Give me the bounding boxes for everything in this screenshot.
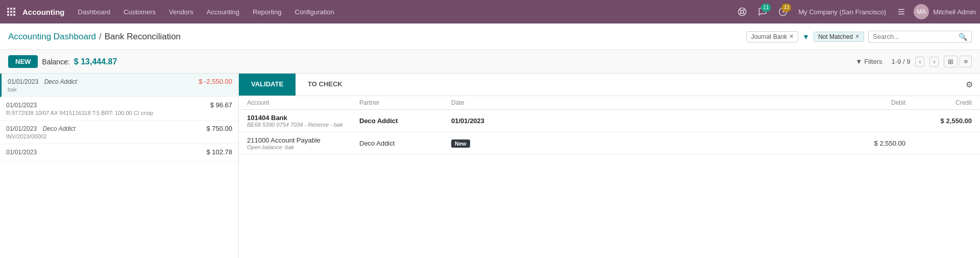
filter-funnel-icon: ▼ — [802, 33, 810, 41]
filters-label: Filters — [864, 58, 882, 65]
account-cell: 211000 Account Payable Open balance: bak — [247, 136, 359, 150]
svg-rect-3 — [7, 11, 9, 13]
new-button[interactable]: NEW — [8, 55, 38, 68]
svg-point-10 — [741, 10, 744, 13]
account-cell: 101404 Bank BE68 5390 0754 7034 - Reserv… — [247, 114, 359, 128]
list-item[interactable]: 01/01/2023 $ 96.67 R:9772938 10/07 AX 94… — [0, 97, 238, 121]
table-row[interactable]: 211000 Account Payable Open balance: bak… — [239, 132, 980, 155]
journal-filter[interactable]: Journal Bank ✕ — [746, 31, 798, 42]
row-amount: $ -2,550.00 — [199, 78, 232, 85]
row-date: 01/01/2023 — [6, 102, 37, 109]
svg-line-12 — [743, 13, 745, 14]
row-ref: R:9772938 10/07 AX 9415116318 T:5 BRT: 1… — [6, 110, 232, 116]
balance-label: Balance: — [42, 58, 69, 66]
tab-to-check[interactable]: TO CHECK — [296, 74, 355, 96]
row-amount: $ 750.00 — [206, 125, 232, 132]
support-icon[interactable] — [734, 4, 750, 20]
activity-icon[interactable]: 33 — [775, 4, 791, 20]
list-row-top: 01/01/2023 Deco Addict $ -2,550.00 — [8, 78, 232, 85]
grid-icon[interactable] — [4, 5, 18, 19]
breadcrumb-right-area: Journal Bank ✕ ▼ Not Matched ✕ 🔍 — [746, 31, 972, 43]
tab-settings-icon[interactable]: ⚙ — [959, 74, 980, 96]
nav-item-dashboard[interactable]: Dashboard — [72, 5, 117, 19]
prev-page-button[interactable]: ‹ — [915, 57, 924, 67]
not-matched-close[interactable]: ✕ — [855, 33, 860, 40]
top-navigation: Accounting Dashboard Customers Vendors A… — [0, 0, 980, 24]
row-partner: Deco Addict — [43, 125, 76, 132]
breadcrumb-current: Bank Reconciliation — [105, 32, 181, 42]
date-cell: 01/01/2023 — [451, 117, 528, 125]
svg-rect-8 — [13, 14, 15, 16]
svg-rect-1 — [10, 8, 12, 10]
search-icon[interactable]: 🔍 — [959, 33, 967, 41]
account-name: 101404 Bank — [247, 114, 359, 122]
account-sub: BE68 5390 0754 7034 - Reserve - bak — [247, 122, 359, 128]
svg-rect-2 — [13, 8, 15, 10]
row-date-partner: 01/01/2023 Deco Addict — [8, 78, 77, 85]
nav-item-vendors[interactable]: Vendors — [163, 5, 200, 19]
reconcile-table: Account Partner Date Debit Credit 101404… — [239, 96, 980, 258]
toolbar-right: ▼ Filters 1-9 / 9 ‹ › ⊞ ≡ — [851, 56, 972, 67]
partner-name: Deco Addict — [359, 139, 451, 147]
credit-cell: $ 2,550.00 — [905, 117, 972, 125]
row-amount: $ 96.67 — [210, 101, 232, 109]
debit-cell: $ 2,550.00 — [528, 139, 905, 147]
settings-icon[interactable] — [893, 4, 910, 20]
search-box[interactable]: 🔍 — [868, 31, 972, 43]
svg-rect-6 — [7, 14, 9, 16]
account-sub: Open balance: bak — [247, 144, 359, 150]
table-row[interactable]: 101404 Bank BE68 5390 0754 7034 - Reserv… — [239, 110, 980, 132]
journal-label: Journal — [751, 33, 771, 40]
app-brand[interactable]: Accounting — [20, 8, 70, 16]
date-cell: New — [451, 139, 528, 148]
breadcrumb-bar: Accounting Dashboard / Bank Reconciliati… — [0, 24, 980, 50]
nav-right: 11 33 My Company (San Francisco) MA Mitc… — [734, 4, 976, 20]
username[interactable]: Mitchell Admin — [933, 8, 976, 16]
list-row-top: 01/01/2023 $ 96.67 — [6, 101, 232, 109]
partner-cell: Deco Addict — [359, 139, 451, 147]
col-partner: Partner — [359, 99, 451, 106]
list-item[interactable]: 01/01/2023 Deco Addict $ 750.00 INV/2023… — [0, 121, 238, 144]
breadcrumb-link[interactable]: Accounting Dashboard — [8, 32, 96, 42]
next-page-button[interactable]: › — [929, 57, 939, 67]
filter-bar: Journal Bank ✕ ▼ Not Matched ✕ — [746, 31, 864, 42]
chat-badge: 11 — [761, 4, 771, 12]
nav-item-reporting[interactable]: Reporting — [247, 5, 287, 19]
avatar[interactable]: MA — [914, 4, 929, 19]
tab-validate[interactable]: VALIDATE — [239, 74, 296, 96]
not-matched-filter[interactable]: Not Matched ✕ — [814, 32, 864, 42]
svg-line-14 — [740, 13, 741, 14]
not-matched-label: Not Matched — [818, 33, 853, 40]
kanban-view-button[interactable]: ⊞ — [944, 56, 958, 67]
list-item[interactable]: 01/01/2023 Deco Addict $ -2,550.00 bak — [0, 74, 238, 97]
toolbar: NEW Balance: $ 13,444.87 ▼ Filters 1-9 /… — [0, 50, 980, 74]
row-date: 01/01/2023 — [8, 78, 38, 85]
journal-filter-close[interactable]: ✕ — [789, 33, 794, 40]
right-panel: VALIDATE TO CHECK ⚙ Account Partner Date… — [239, 74, 980, 258]
nav-item-configuration[interactable]: Configuration — [288, 5, 340, 19]
chat-icon[interactable]: 11 — [754, 4, 771, 20]
list-item[interactable]: 01/01/2023 $ 102.78 — [0, 144, 238, 161]
svg-rect-4 — [10, 11, 12, 13]
activity-badge: 33 — [781, 4, 791, 12]
breadcrumb-separator: / — [99, 32, 102, 42]
row-date: 01/01/2023 — [6, 125, 37, 132]
row-partner: Deco Addict — [44, 78, 77, 85]
filters-button[interactable]: ▼ Filters — [851, 56, 886, 67]
col-account: Account — [247, 99, 359, 106]
list-row-top: 01/01/2023 Deco Addict $ 750.00 — [6, 125, 232, 132]
col-date: Date — [451, 99, 528, 106]
row-date-partner: 01/01/2023 — [6, 148, 37, 156]
row-ref: bak — [8, 86, 232, 92]
search-input[interactable] — [873, 33, 959, 40]
svg-rect-5 — [13, 11, 15, 13]
filter-funnel-icon: ▼ — [855, 58, 862, 65]
partner-name: Deco Addict — [359, 117, 451, 125]
company-name[interactable]: My Company (San Francisco) — [795, 8, 889, 16]
tabs-bar: VALIDATE TO CHECK ⚙ — [239, 74, 980, 96]
nav-item-customers[interactable]: Customers — [117, 5, 162, 19]
row-amount: $ 102.78 — [206, 148, 232, 156]
list-view-button[interactable]: ≡ — [960, 56, 972, 67]
row-date-partner: 01/01/2023 — [6, 101, 37, 109]
nav-item-accounting[interactable]: Accounting — [201, 5, 246, 19]
